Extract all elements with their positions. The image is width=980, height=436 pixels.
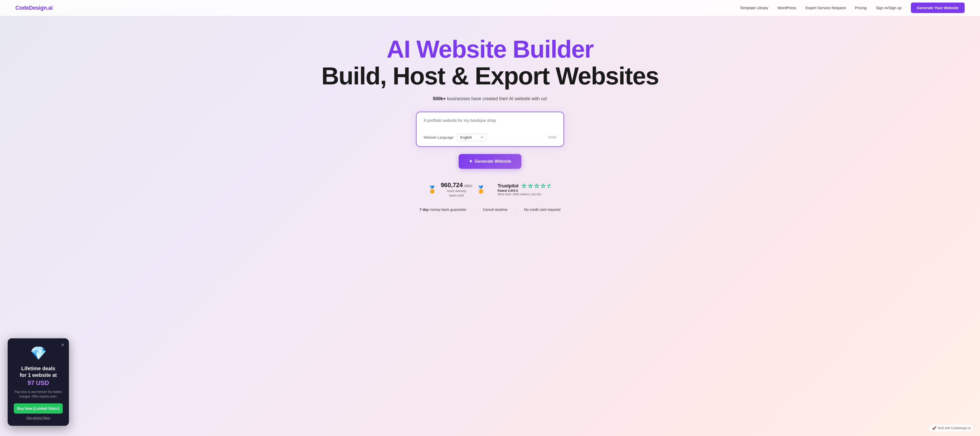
- rated-text: Rated 4.6/5.0: [498, 189, 518, 192]
- sites-text: 960,724 sites have already been built: [441, 182, 473, 198]
- language-select[interactable]: English Spanish French German Italian Po…: [457, 133, 487, 141]
- sites-count: 🏅 960,724 sites have already been built …: [428, 182, 485, 198]
- generate-website-button[interactable]: ✦ Generate Website: [458, 154, 522, 169]
- popup-description: Pay once & use forever! No hidden charge…: [14, 390, 63, 399]
- sites-sub: have already been built: [441, 189, 473, 198]
- built-with-badge: 🚀 Built with Codedesign.ai: [929, 424, 974, 432]
- nav-generate-button[interactable]: Generate Your Website: [911, 3, 965, 13]
- language-label: Website Language:: [424, 135, 454, 140]
- char-count: 0/200: [548, 135, 556, 139]
- popup-price: 97 USD: [14, 379, 63, 387]
- lifetime-deals-popup: ✕ 💎 Lifetime deals for 1 website at 97 U…: [8, 338, 69, 426]
- sparkle-icon: ✦: [469, 159, 473, 164]
- logo-suffix: .ai: [47, 5, 52, 11]
- hero-section: AI Website Builder Build, Host & Export …: [0, 16, 980, 227]
- laurel-right: 🏅: [476, 186, 485, 193]
- nav-wordpress[interactable]: WordPress: [777, 6, 796, 10]
- hero-title-sub: Build, Host & Export Websites: [10, 63, 970, 89]
- guarantees-section: 7 day money-back guarantee Cancel anytim…: [10, 207, 970, 212]
- input-footer: Website Language: English Spanish French…: [424, 133, 556, 141]
- logo-main: CodeDesign: [15, 5, 47, 11]
- generate-button-label: Generate Website: [475, 159, 511, 164]
- star-2: ★: [528, 183, 533, 189]
- popup-buy-button[interactable]: Buy Now (Limited Slots!): [14, 403, 63, 414]
- popup-close-button[interactable]: ✕: [60, 342, 65, 348]
- hero-title-ai: AI Website Builder: [10, 36, 970, 62]
- nav-expert-service[interactable]: Expert Service Request: [805, 6, 846, 10]
- rocket-icon: 🚀: [932, 426, 936, 430]
- guarantee-2: Cancel anytime: [475, 208, 516, 212]
- gem-icon: 💎: [14, 346, 63, 361]
- makers-text: More than 100k makers use this: [498, 192, 541, 196]
- language-section: Website Language: English Spanish French…: [424, 133, 487, 141]
- nav-sign-in[interactable]: Sign in/Sign up: [876, 6, 902, 10]
- nav-template-library[interactable]: Template Library: [740, 6, 768, 10]
- popup-title: Lifetime deals for 1 website at: [14, 365, 63, 378]
- star-1: ★: [521, 183, 527, 189]
- trustpilot-section: Trustpilot ★ ★ ★ ★ ★ Rated 4.6/5.0 More …: [498, 183, 552, 196]
- star-4: ★: [540, 183, 546, 189]
- built-with-label: Built with Codedesign.ai: [938, 426, 970, 430]
- sites-number: 960,724 sites: [441, 182, 473, 189]
- star-half: ★: [547, 183, 552, 189]
- website-description-input[interactable]: [424, 118, 556, 128]
- website-input-container: Website Language: English Spanish French…: [416, 112, 564, 147]
- nav-pricing[interactable]: Pricing: [855, 6, 867, 10]
- social-proof-section: 🏅 960,724 sites have already been built …: [10, 182, 970, 198]
- logo[interactable]: CodeDesign.ai: [15, 5, 52, 11]
- hero-subtitle-text: businesses have created their AI website…: [446, 96, 547, 101]
- nav-links: Template Library WordPress Expert Servic…: [740, 6, 965, 10]
- navigation: CodeDesign.ai Template Library WordPress…: [0, 0, 980, 16]
- hero-count: 500k+: [433, 96, 446, 101]
- guarantee-1: 7 day money-back guarantee: [411, 208, 474, 212]
- trustpilot-label: Trustpilot: [498, 183, 519, 189]
- laurel-left: 🏅: [428, 186, 437, 193]
- stars: ★ ★ ★ ★ ★: [521, 183, 552, 189]
- hero-subtitle: 500k+ businesses have created their AI w…: [10, 96, 970, 101]
- guarantee-3: No credit card required: [516, 208, 569, 212]
- trustpilot-row: Trustpilot ★ ★ ★ ★ ★: [498, 183, 552, 189]
- star-3: ★: [534, 183, 539, 189]
- popup-pricing-link[interactable]: See pricing Plans: [14, 416, 63, 420]
